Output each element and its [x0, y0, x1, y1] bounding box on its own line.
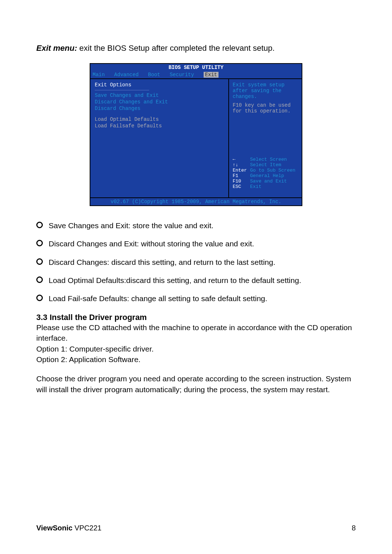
bios-nav-row: F10Save and Exit [233, 178, 298, 184]
footer-brand: ViewSonic VPC221 [36, 524, 102, 532]
bios-screenshot: BIOS SETUP UTILITY Main Advanced Boot Se… [90, 63, 302, 206]
nav-key: F10 [233, 178, 250, 184]
bios-nav-row: ←Select Screen [233, 157, 298, 162]
section-3-3-heading: 3.3 Install the Driver program [36, 313, 356, 322]
bios-tab-security[interactable]: Security [170, 72, 194, 78]
section-3-3-p1: Please use the CD attached with the mach… [36, 322, 356, 344]
section-3-3-opt1: Option 1: Computer-specific driver. [36, 344, 356, 354]
bullet-text: Discard Changes and Exit: without storin… [49, 239, 254, 249]
bios-title: BIOS SETUP UTILITY [90, 63, 302, 71]
bios-left-panel: Exit Options Save Changes and Exit Disca… [90, 79, 229, 197]
bios-body: Exit Options Save Changes and Exit Disca… [90, 78, 302, 198]
nav-key: ← [233, 157, 250, 162]
bios-footer: v02.67 (C)Copyright 1985-2009, American … [90, 198, 302, 206]
circle-bullet-icon [36, 295, 43, 301]
bios-nav-block: ←Select Screen ↑↓Select Item EnterGo to … [233, 157, 298, 189]
section-3-3-opt2: Option 2: Application Software. [36, 354, 356, 365]
spacer [233, 99, 298, 102]
bios-nav-row: F1General Help [233, 173, 298, 178]
nav-act: Exit [250, 184, 261, 189]
bullet-text: Load Fail-safe Defaults: change all sett… [49, 294, 267, 304]
bios-tab-main[interactable]: Main [93, 72, 105, 78]
exit-menu-intro: Exit menu: exit the BIOS Setup after com… [36, 44, 356, 53]
bios-item-load-failsafe[interactable]: Load Failsafe Defaults [95, 123, 224, 129]
footer-brand-bold: ViewSonic [36, 524, 73, 532]
spacer [36, 365, 356, 373]
bios-tab-boot[interactable]: Boot [148, 72, 160, 78]
list-item: Discard Changes: discard this setting, a… [36, 257, 356, 267]
nav-act: Select Screen [250, 157, 287, 162]
bios-nav-row: ESCExit [233, 184, 298, 189]
exit-menu-label: Exit menu: [36, 44, 77, 53]
list-item: Load Optimal Defaults:discard this setti… [36, 275, 356, 286]
bullet-text: Discard Changes: discard this setting, a… [49, 257, 275, 267]
nav-key: Enter [233, 168, 250, 173]
nav-act: Go to Sub Screen [250, 168, 295, 173]
nav-key: F1 [233, 173, 250, 178]
bullet-text: Save Changes and Exit: store the value a… [49, 221, 213, 231]
circle-bullet-icon [36, 222, 43, 228]
page-footer: ViewSonic VPC221 8 [36, 524, 356, 532]
bios-item-discard-exit[interactable]: Discard Changes and Exit [95, 99, 224, 105]
bios-tab-advanced[interactable]: Advanced [114, 72, 139, 78]
circle-bullet-icon [36, 276, 43, 283]
list-item: Discard Changes and Exit: without storin… [36, 239, 356, 249]
list-item: Load Fail-safe Defaults: change all sett… [36, 294, 356, 304]
page-number: 8 [352, 524, 356, 532]
exit-menu-desc: exit the BIOS Setup after completed the … [77, 44, 274, 53]
spacer [95, 112, 224, 116]
bios-help-main: Exit system setup after saving the chang… [233, 82, 298, 99]
list-item: Save Changes and Exit: store the value a… [36, 221, 356, 231]
bios-item-discard[interactable]: Discard Changes [95, 106, 224, 111]
footer-brand-model: VPC221 [73, 524, 102, 532]
nav-key: ESC [233, 184, 250, 189]
circle-bullet-icon [36, 258, 43, 265]
nav-act: Save and Exit [250, 178, 287, 184]
bios-item-load-optimal[interactable]: Load Optimal Defaults [95, 116, 224, 122]
bios-nav-row: ↑↓Select Item [233, 162, 298, 168]
bios-help-sub: F10 key can be used for this operation. [233, 102, 298, 114]
nav-act: Select Item [250, 162, 281, 168]
circle-bullet-icon [36, 240, 43, 246]
bios-tab-exit[interactable]: Exit [204, 72, 219, 78]
bios-item-save-exit[interactable]: Save Changes and Exit [95, 93, 224, 98]
bullet-text: Load Optimal Defaults:discard this setti… [49, 275, 301, 286]
bios-tab-bar: Main Advanced Boot Security Exit [90, 71, 302, 78]
bios-divider [95, 90, 149, 90]
bios-section-title: Exit Options [95, 82, 224, 88]
bios-right-panel: Exit system setup after saving the chang… [229, 79, 302, 197]
nav-key: ↑↓ [233, 162, 250, 168]
nav-act: General Help [250, 173, 284, 178]
section-3-3-p2: Choose the driver program you need and o… [36, 373, 356, 395]
option-bullets: Save Changes and Exit: store the value a… [36, 221, 356, 304]
bios-nav-row: EnterGo to Sub Screen [233, 168, 298, 173]
